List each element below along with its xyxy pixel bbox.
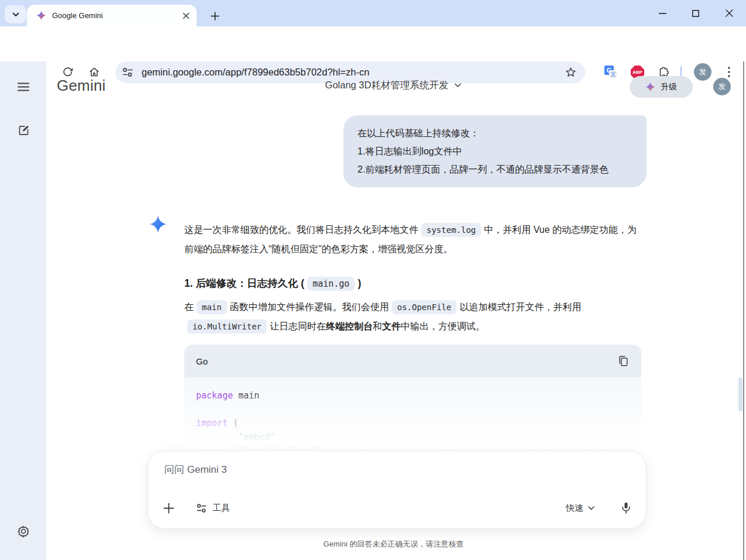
user-message-bubble: 在以上代码基础上持续修改： 1.将日志输出到log文件中 2.前端耗材管理页面，…	[343, 115, 647, 187]
heading-text: )	[357, 277, 361, 289]
response-text: 以追加模式打开文件，并利用	[459, 302, 581, 312]
tools-label: 工具	[212, 503, 230, 514]
titlebar: Google Gemini	[0, 0, 746, 26]
url-text[interactable]: gemini.google.com/app/f7899ed63b5b702d?h…	[142, 67, 565, 78]
bookmark-star-icon[interactable]	[565, 66, 577, 78]
inline-code: system.log	[421, 223, 481, 237]
chat-title-dropdown[interactable]: Golang 3D耗材管理系统开发	[325, 79, 462, 92]
mode-label: 快速	[566, 503, 583, 514]
heading-text: 1. 后端修改：日志持久化 (	[184, 277, 304, 289]
response-paragraph: 在main函数中增加文件操作逻辑。我们会使用os.OpenFile以追加模式打开…	[184, 297, 643, 336]
user-message-line: 2.前端耗材管理页面，品牌一列，不通的品牌显示不通背景色	[357, 160, 632, 178]
response-heading: 1. 后端修改：日志持久化 (main.go)	[184, 275, 643, 291]
response-text: 这是一次非常细致的优化。我们将日志持久化到本地文件	[184, 225, 418, 235]
code-keyword: import	[196, 418, 228, 428]
code-string: "embed"	[196, 432, 275, 442]
response-text: 在	[184, 302, 194, 312]
tab-search-button[interactable]	[5, 5, 26, 23]
microphone-icon[interactable]	[620, 501, 632, 514]
response-text: 让日志同时在	[270, 321, 326, 331]
code-content: package main import ( "embed" "encoding/…	[184, 377, 641, 458]
model-mode-selector[interactable]: 快速	[566, 503, 594, 514]
code-block-header: Go	[184, 345, 641, 377]
response-text: 函数中增加文件操作逻辑。我们会使用	[230, 302, 389, 312]
new-chat-icon[interactable]	[16, 122, 31, 138]
copy-code-icon[interactable]	[618, 355, 628, 367]
window-close-button[interactable]	[716, 0, 742, 26]
upgrade-button[interactable]: 升级	[630, 76, 693, 98]
upgrade-label: 升级	[661, 82, 677, 92]
code-language-label: Go	[196, 356, 618, 366]
inline-code: main.go	[307, 277, 355, 291]
prompt-composer[interactable]: 工具 快速	[147, 451, 647, 529]
bold-text: 终端控制台	[326, 321, 373, 331]
user-message-line: 在以上代码基础上持续修改：	[357, 124, 632, 142]
code-text: (	[228, 418, 238, 428]
composer-toolbar: 工具 快速	[163, 499, 632, 517]
inline-code: os.OpenFile	[392, 300, 457, 314]
tab-close-icon[interactable]	[183, 12, 190, 19]
disclaimer-text: Gemini 的回答未必正确无误，请注意核查	[46, 539, 741, 549]
response-text: 和	[373, 321, 382, 331]
account-avatar[interactable]: 发	[713, 78, 731, 95]
site-settings-icon[interactable]	[122, 67, 133, 77]
bold-text: 文件	[382, 321, 401, 331]
code-text: main	[233, 390, 259, 401]
gemini-spark-icon	[645, 82, 655, 92]
window-right-edge	[743, 61, 744, 560]
browser-tab[interactable]: Google Gemini	[27, 5, 197, 26]
window-minimize-button[interactable]	[649, 0, 676, 26]
prompt-input[interactable]	[164, 464, 515, 476]
browser-profile-avatar[interactable]: 发	[694, 63, 711, 81]
tools-button[interactable]: 工具	[197, 503, 230, 514]
code-keyword: package	[196, 390, 233, 401]
chevron-down-icon	[454, 83, 461, 88]
browser-window: Google Gemini	[0, 0, 746, 560]
chat-title: Golang 3D耗材管理系统开发	[325, 79, 449, 92]
menu-hamburger-icon[interactable]	[16, 79, 31, 94]
translate-extension-icon[interactable]: G 文	[604, 66, 617, 78]
chevron-down-icon	[12, 12, 19, 17]
gemini-favicon-icon	[36, 11, 46, 20]
new-tab-button[interactable]	[206, 7, 224, 25]
code-block: Go package main import ( "embed" "encodi…	[184, 345, 641, 462]
user-message-line: 1.将日志输出到log文件中	[357, 142, 632, 160]
settings-gear-icon[interactable]	[16, 524, 31, 539]
gemini-wordmark: Gemini	[57, 77, 106, 95]
window-maximize-button[interactable]	[682, 0, 709, 26]
tools-tune-icon	[197, 504, 207, 513]
chevron-down-icon	[588, 506, 594, 510]
scrollbar-thumb[interactable]	[738, 377, 742, 411]
inline-code: main	[197, 300, 227, 314]
browser-toolbar: gemini.google.com/app/f7899ed63b5b702d?h…	[0, 26, 746, 61]
response-paragraph: 这是一次非常细致的优化。我们将日志持久化到本地文件system.log中，并利用…	[184, 221, 643, 259]
response-text: 中输出，方便调试。	[401, 321, 485, 331]
gemini-response-spark-icon	[149, 215, 167, 233]
add-attachment-plus-icon[interactable]	[163, 503, 174, 514]
tab-title: Google Gemini	[52, 11, 183, 20]
inline-code: io.MultiWriter	[187, 319, 267, 334]
